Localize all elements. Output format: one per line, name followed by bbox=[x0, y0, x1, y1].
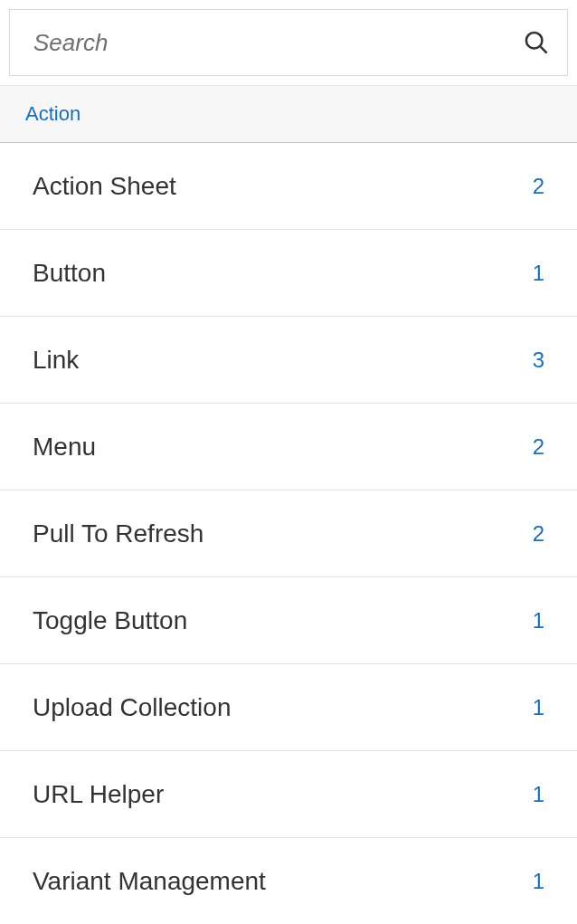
list-item-count: 1 bbox=[533, 869, 544, 894]
section-header: Action bbox=[0, 86, 577, 143]
list-item-count: 2 bbox=[533, 174, 544, 199]
list-item-count: 1 bbox=[533, 608, 544, 633]
list-item-label: URL Helper bbox=[33, 780, 164, 809]
list-item-count: 1 bbox=[533, 695, 544, 720]
list-item-link[interactable]: Link 3 bbox=[0, 317, 577, 404]
list-item-label: Action Sheet bbox=[33, 172, 176, 201]
list-item-toggle-button[interactable]: Toggle Button 1 bbox=[0, 577, 577, 664]
section-header-label: Action bbox=[25, 102, 80, 125]
search-icon[interactable] bbox=[524, 30, 549, 55]
list-item-count: 1 bbox=[533, 782, 544, 807]
list-item-label: Pull To Refresh bbox=[33, 519, 203, 548]
list-item-upload-collection[interactable]: Upload Collection 1 bbox=[0, 664, 577, 751]
list-item-action-sheet[interactable]: Action Sheet 2 bbox=[0, 143, 577, 230]
list-item-label: Variant Management bbox=[33, 867, 266, 896]
list-item-label: Upload Collection bbox=[33, 693, 231, 722]
list-item-label: Button bbox=[33, 259, 106, 288]
list-item-label: Menu bbox=[33, 433, 96, 462]
list-item-label: Toggle Button bbox=[33, 606, 187, 635]
search-container bbox=[0, 0, 577, 86]
list-item-count: 1 bbox=[533, 261, 544, 286]
svg-point-0 bbox=[526, 33, 543, 48]
list-item-url-helper[interactable]: URL Helper 1 bbox=[0, 751, 577, 838]
list-item-pull-to-refresh[interactable]: Pull To Refresh 2 bbox=[0, 491, 577, 577]
list-item-count: 2 bbox=[533, 434, 544, 460]
list-item-menu[interactable]: Menu 2 bbox=[0, 404, 577, 491]
svg-line-1 bbox=[541, 47, 547, 53]
search-input[interactable] bbox=[33, 29, 524, 57]
list-item-count: 2 bbox=[533, 521, 544, 547]
list-item-count: 3 bbox=[533, 348, 544, 373]
list-item-variant-management[interactable]: Variant Management 1 bbox=[0, 838, 577, 924]
list-item-button[interactable]: Button 1 bbox=[0, 230, 577, 317]
list-item-label: Link bbox=[33, 346, 79, 375]
search-field[interactable] bbox=[9, 9, 568, 76]
list: Action Sheet 2 Button 1 Link 3 Menu 2 Pu… bbox=[0, 143, 577, 924]
